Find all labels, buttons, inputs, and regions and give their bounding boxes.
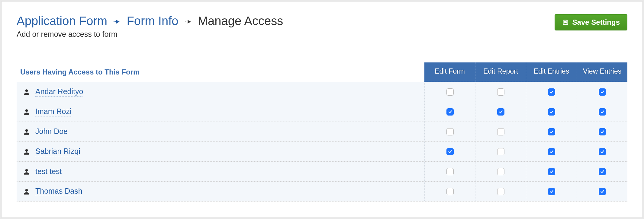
user-link[interactable]: Sabrian Rizqi [35,147,80,156]
column-header-edit-form: Edit Form [424,62,475,82]
perm-cell [526,162,577,181]
svg-rect-6 [564,20,566,22]
permission-checkbox[interactable] [599,168,606,175]
user-link[interactable]: Thomas Dash [35,187,82,196]
permission-checkbox[interactable] [446,148,454,155]
user-cell: John Doe [17,123,424,141]
permission-checkbox[interactable] [497,188,504,195]
person-icon [23,148,31,156]
permission-checkbox[interactable] [446,168,454,175]
perm-cell [577,102,627,122]
permission-checkbox[interactable] [548,128,555,135]
permission-checkbox[interactable] [497,88,504,96]
permission-checkbox[interactable] [548,108,555,116]
svg-rect-1 [114,21,115,22]
perm-cell [424,122,475,141]
permission-checkbox[interactable] [446,88,454,96]
perm-cell [526,122,577,141]
permission-checkbox[interactable] [599,88,606,96]
perm-cell [577,182,627,201]
permission-checkbox[interactable] [548,88,555,96]
permission-checkbox[interactable] [599,148,606,155]
svg-point-12 [25,169,28,172]
permission-checkbox[interactable] [497,168,504,175]
permission-checkbox[interactable] [599,108,606,116]
user-cell: Andar Redityo [17,83,424,101]
table-row: John Doe [17,122,627,142]
breadcrumb-arrow-icon [185,19,192,24]
save-settings-button[interactable]: Save Settings [555,14,627,30]
person-icon [23,168,31,176]
perm-cell [577,142,627,161]
perm-cell [475,182,526,201]
person-icon [23,188,31,195]
user-name: test test [35,167,62,176]
svg-point-9 [25,109,28,112]
column-header-edit-entries: Edit Entries [526,62,577,82]
permission-checkbox[interactable] [497,148,504,155]
perm-cell [424,182,475,201]
breadcrumb-path: Application Form Form Info [17,14,283,28]
permission-checkbox[interactable] [548,188,555,195]
perm-cell [526,82,577,102]
save-button-label: Save Settings [572,18,620,27]
user-cell: Sabrian Rizqi [17,143,424,160]
user-link[interactable]: Imam Rozi [35,107,71,116]
users-column-header: Users Having Access to This Form [17,62,424,82]
perm-cell [475,82,526,102]
perm-cell [577,162,627,181]
user-cell: Imam Rozi [17,103,424,121]
column-header-view-entries: View Entries [577,62,627,82]
permission-checkbox[interactable] [446,188,454,195]
breadcrumb-arrow-icon [114,19,120,24]
permission-checkbox[interactable] [548,148,555,155]
permission-checkbox[interactable] [497,108,504,116]
svg-rect-4 [186,21,186,22]
table-row: Thomas Dash [17,182,627,202]
user-link[interactable]: Andar Redityo [35,87,83,97]
person-icon [23,108,31,116]
svg-point-11 [25,149,28,152]
page-header: Application Form Form Info [17,14,627,44]
perm-cell [475,142,526,161]
table-header-row: Users Having Access to This Form Edit Fo… [17,62,627,82]
svg-rect-5 [187,21,187,22]
svg-point-13 [25,189,28,192]
permission-checkbox[interactable] [446,108,454,116]
perm-cell [526,142,577,161]
svg-rect-7 [564,23,567,24]
user-cell: test test [17,163,424,180]
perm-cell [526,102,577,122]
breadcrumb: Application Form Form Info [17,14,283,39]
perm-cell [526,182,577,201]
user-cell: Thomas Dash [17,182,424,200]
perm-cell [424,82,475,102]
perm-cell [424,102,475,122]
perm-cell [424,162,475,181]
perm-cell [577,122,627,141]
svg-point-10 [25,129,28,132]
permission-checkbox[interactable] [599,128,606,135]
access-table: Users Having Access to This Form Edit Fo… [17,62,627,202]
svg-rect-2 [115,21,116,22]
perm-cell [475,162,526,181]
person-icon [23,88,31,96]
permission-checkbox[interactable] [599,188,606,195]
column-header-edit-report: Edit Report [475,62,526,82]
permission-checkbox[interactable] [497,128,504,135]
svg-rect-0 [114,21,114,22]
breadcrumb-link-application-form[interactable]: Application Form [17,14,107,28]
person-icon [23,128,31,136]
perm-cell [577,82,627,102]
table-row: Imam Rozi [17,102,627,122]
permission-checkbox[interactable] [548,168,555,175]
user-link[interactable]: John Doe [35,127,68,136]
perm-cell [424,142,475,161]
perm-cell [475,122,526,141]
breadcrumb-link-form-info[interactable]: Form Info [127,14,178,28]
permission-checkbox[interactable] [446,128,454,135]
perm-cell [475,102,526,122]
svg-point-8 [25,89,28,92]
main-panel: Application Form Form Info [1,1,643,218]
save-icon [562,19,569,26]
